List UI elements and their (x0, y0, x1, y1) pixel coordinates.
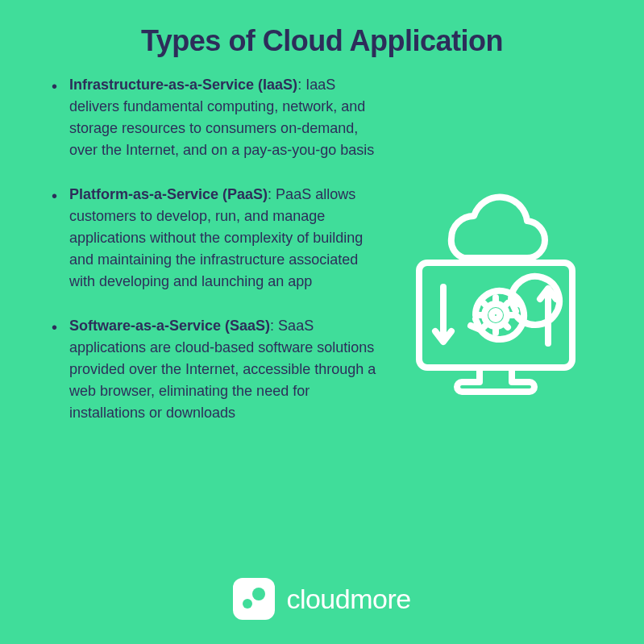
content-row: Infrastructure-as-a-Service (IaaS): IaaS… (0, 66, 644, 447)
list-item: Platform-as-a-Service (PaaS): PaaS allow… (64, 184, 387, 293)
brand-name: cloudmore (286, 584, 410, 615)
list-column: Infrastructure-as-a-Service (IaaS): IaaS… (48, 74, 387, 447)
svg-line-8 (484, 324, 487, 327)
item-term: Software-as-a-Service (SaaS) (69, 318, 270, 334)
illustration-column (387, 74, 588, 447)
page-title: Types of Cloud Application (0, 0, 644, 66)
types-list: Infrastructure-as-a-Service (IaaS): IaaS… (48, 74, 387, 424)
cloud-computer-icon (403, 190, 588, 403)
logo-mark-icon (233, 578, 275, 620)
svg-line-9 (505, 324, 508, 327)
item-term: Platform-as-a-Service (PaaS) (69, 186, 268, 202)
svg-line-10 (484, 303, 487, 306)
list-item: Infrastructure-as-a-Service (IaaS): IaaS… (64, 74, 387, 161)
svg-point-2 (492, 311, 500, 319)
svg-line-7 (505, 303, 508, 306)
brand-logo: cloudmore (0, 578, 644, 620)
item-term: Infrastructure-as-a-Service (IaaS) (69, 77, 297, 93)
list-item: Software-as-a-Service (SaaS): SaaS appli… (64, 315, 387, 424)
